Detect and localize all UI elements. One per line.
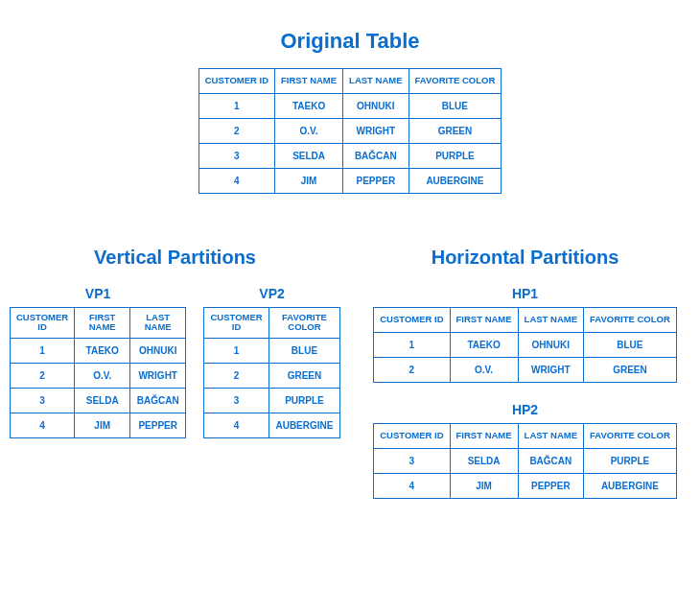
cell-first: O.V. (450, 358, 518, 383)
cell-id: 1 (374, 333, 450, 358)
cell-last: BAĞCAN (518, 449, 583, 474)
cell-id: 1 (11, 338, 75, 363)
cell-first: TAEKO (75, 338, 130, 363)
cell-color: AUBERGINE (268, 413, 339, 437)
cell-id: 2 (204, 363, 269, 388)
cell-last: OHNUKI (343, 94, 408, 119)
cell-id: 1 (198, 94, 274, 119)
cell-color: GREEN (268, 363, 339, 388)
hp1-title: HP1 (512, 286, 538, 301)
cell-first: TAEKO (450, 333, 518, 358)
vp2-title: VP2 (259, 286, 284, 301)
cell-first: SELDA (450, 449, 518, 474)
table-row: 3 SELDA BAĞCAN (11, 388, 186, 413)
cell-first: O.V. (275, 119, 343, 144)
cell-id: 2 (198, 119, 274, 144)
vp1-table: CUSTOMER ID FIRST NAME LAST NAME 1 TAEKO… (10, 307, 186, 438)
col-last-name: LAST NAME (343, 69, 408, 94)
cell-id: 3 (198, 144, 274, 169)
vertical-partitions: Vertical Partitions VP1 CUSTOMER ID FIRS… (10, 247, 340, 438)
table-header-row: CUSTOMER ID FIRST NAME LAST NAME FAVORIT… (198, 69, 502, 94)
cell-last: WRIGHT (518, 358, 583, 383)
cell-id: 4 (204, 413, 269, 437)
hp2-title: HP2 (512, 402, 538, 417)
col-customer-id: CUSTOMER ID (374, 424, 450, 449)
cell-id: 2 (11, 363, 75, 388)
vp1-title: VP1 (85, 286, 110, 301)
table-header-row: CUSTOMER ID FAVORITE COLOR (204, 308, 340, 339)
cell-id: 3 (204, 388, 269, 413)
hp2-table: CUSTOMER ID FIRST NAME LAST NAME FAVORIT… (373, 423, 677, 499)
original-table-section: Original Table CUSTOMER ID FIRST NAME LA… (10, 29, 690, 194)
cell-id: 1 (204, 338, 269, 363)
col-first-name: FIRST NAME (450, 308, 518, 333)
table-row: 1 TAEKO OHNUKI BLUE (374, 333, 677, 358)
cell-first: JIM (75, 413, 130, 437)
table-row: 4 JIM PEPPER AUBERGINE (198, 169, 502, 194)
table-row: 4 JIM PEPPER (11, 413, 186, 437)
col-first-name: FIRST NAME (275, 69, 343, 94)
hp1-table: CUSTOMER ID FIRST NAME LAST NAME FAVORIT… (373, 307, 677, 383)
table-row: 3 SELDA BAĞCAN PURPLE (198, 144, 502, 169)
cell-color: GREEN (584, 358, 677, 383)
partitions-section: Vertical Partitions VP1 CUSTOMER ID FIRS… (10, 247, 690, 499)
cell-color: PURPLE (268, 388, 339, 413)
vp2-block: VP2 CUSTOMER ID FAVORITE COLOR 1 BLUE (203, 278, 340, 438)
table-header-row: CUSTOMER ID FIRST NAME LAST NAME (11, 308, 186, 339)
cell-last: PEPPER (343, 169, 408, 194)
cell-first: SELDA (75, 388, 130, 413)
col-first-name: FIRST NAME (75, 308, 130, 339)
cell-last: PEPPER (130, 413, 186, 437)
cell-color: GREEN (408, 119, 502, 144)
cell-last: PEPPER (518, 474, 583, 499)
col-last-name: LAST NAME (518, 424, 583, 449)
cell-color: AUBERGINE (408, 169, 502, 194)
col-customer-id: CUSTOMER ID (204, 308, 269, 339)
col-favorite-color: FAVORITE COLOR (268, 308, 339, 339)
table-row: 2 O.V. WRIGHT GREEN (374, 358, 677, 383)
cell-first: TAEKO (275, 94, 343, 119)
vertical-title: Vertical Partitions (10, 247, 340, 269)
cell-id: 4 (198, 169, 274, 194)
vp2-table: CUSTOMER ID FAVORITE COLOR 1 BLUE 2 GREE… (203, 307, 340, 438)
horizontal-title: Horizontal Partitions (360, 247, 690, 269)
cell-last: BAĞCAN (343, 144, 408, 169)
col-customer-id: CUSTOMER ID (374, 308, 450, 333)
hp1-block: HP1 CUSTOMER ID FIRST NAME LAST NAME FAV… (373, 278, 677, 383)
col-favorite-color: FAVORITE COLOR (584, 424, 677, 449)
cell-id: 4 (11, 413, 75, 437)
cell-first: SELDA (275, 144, 343, 169)
table-row: 1 TAEKO OHNUKI BLUE (198, 94, 502, 119)
cell-color: BLUE (584, 333, 677, 358)
table-row: 2 O.V. WRIGHT GREEN (198, 119, 502, 144)
table-row: 4 JIM PEPPER AUBERGINE (374, 474, 677, 499)
cell-id: 3 (374, 449, 450, 474)
table-header-row: CUSTOMER ID FIRST NAME LAST NAME FAVORIT… (374, 424, 677, 449)
cell-last: WRIGHT (130, 363, 186, 388)
cell-first: JIM (275, 169, 343, 194)
table-row: 2 GREEN (204, 363, 340, 388)
cell-first: O.V. (75, 363, 130, 388)
table-header-row: CUSTOMER ID FIRST NAME LAST NAME FAVORIT… (374, 308, 677, 333)
col-last-name: LAST NAME (130, 308, 186, 339)
original-table: CUSTOMER ID FIRST NAME LAST NAME FAVORIT… (198, 68, 502, 194)
cell-id: 2 (374, 358, 450, 383)
col-favorite-color: FAVORITE COLOR (584, 308, 677, 333)
table-row: 1 TAEKO OHNUKI (11, 338, 186, 363)
cell-color: AUBERGINE (584, 474, 677, 499)
table-row: 3 PURPLE (204, 388, 340, 413)
cell-color: BLUE (268, 338, 339, 363)
vp1-block: VP1 CUSTOMER ID FIRST NAME LAST NAME 1 T… (10, 278, 186, 438)
table-row: 3 SELDA BAĞCAN PURPLE (374, 449, 677, 474)
table-row: 4 AUBERGINE (204, 413, 340, 437)
col-first-name: FIRST NAME (450, 424, 518, 449)
col-customer-id: CUSTOMER ID (11, 308, 75, 339)
cell-id: 4 (374, 474, 450, 499)
cell-last: OHNUKI (518, 333, 583, 358)
col-favorite-color: FAVORITE COLOR (408, 69, 502, 94)
cell-last: WRIGHT (343, 119, 408, 144)
cell-last: BAĞCAN (130, 388, 186, 413)
cell-color: PURPLE (584, 449, 677, 474)
original-title: Original Table (10, 29, 690, 54)
table-row: 2 O.V. WRIGHT (11, 363, 186, 388)
